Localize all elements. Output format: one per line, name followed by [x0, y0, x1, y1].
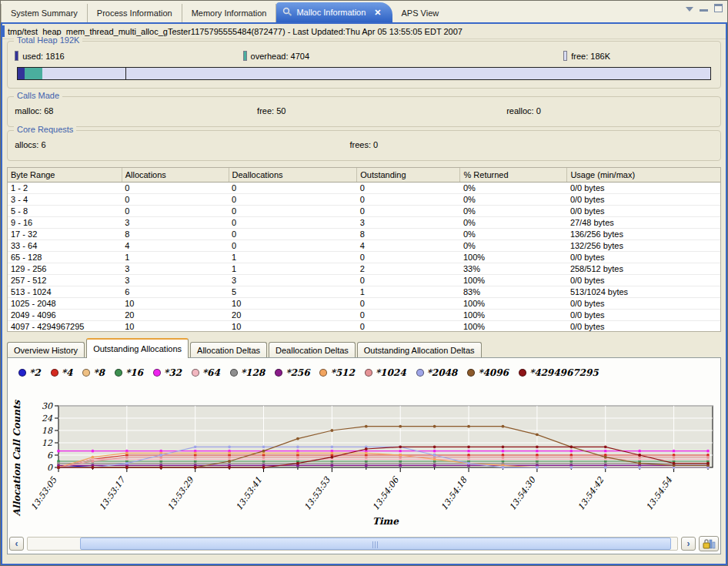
calls-made-item: malloc: 68 — [15, 106, 53, 116]
legend-dot — [365, 369, 372, 377]
table-cell: 33% — [460, 263, 567, 274]
tab-outstanding-allocations[interactable]: Outstanding Allocations — [86, 338, 189, 358]
legend-dot — [467, 369, 475, 377]
table-cell: 5 — [229, 286, 357, 297]
table-cell: 2 — [357, 263, 460, 274]
table-cell: 8 — [357, 228, 460, 239]
column-header-usage-min-max-[interactable]: Usage (min/max) — [567, 168, 720, 182]
table-cell: 20 — [122, 309, 229, 320]
heap-swatch-2 — [563, 51, 567, 61]
table-cell: 0% — [460, 205, 567, 216]
table-cell: 0 — [357, 274, 460, 286]
table-row[interactable]: 33 - 644040%132/256 bytes — [8, 239, 720, 251]
table-cell: 0 — [357, 251, 460, 263]
chevron-left-icon: ‹ — [15, 538, 18, 549]
header-accent — [2, 25, 5, 37]
table-row[interactable]: 3 - 40000%0/0 bytes — [8, 193, 720, 205]
table-row[interactable]: 17 - 328080%136/256 bytes — [8, 228, 720, 239]
table-row[interactable]: 9 - 163030%27/48 bytes — [8, 216, 720, 228]
table-cell: 0 — [122, 182, 229, 193]
table-cell: 3 — [122, 216, 229, 228]
legend-item-512: *512 — [319, 367, 354, 378]
tab-allocation-deltas[interactable]: Allocation Deltas — [190, 342, 267, 358]
table-cell: 20 — [229, 309, 357, 320]
svg-text:Allocation Call Counts: Allocation Call Counts — [12, 400, 22, 517]
tab-label: System Summary — [11, 8, 78, 18]
table-cell: 513 - 1024 — [8, 286, 122, 297]
lock-chart-button[interactable] — [699, 536, 719, 551]
malloc-view: tmp/test_heap_mem_thread_multi_alloc_gTe… — [1, 22, 727, 565]
table-cell: 100% — [460, 297, 567, 309]
calls-made-item: realloc: 0 — [506, 106, 541, 116]
tab-deallocation-deltas[interactable]: Deallocation Deltas — [269, 342, 356, 358]
heap-legend-item: used: 1816 — [15, 51, 64, 61]
table-row[interactable]: 1 - 20000%0/0 bytes — [8, 182, 720, 193]
table-cell: 257 - 512 — [8, 274, 122, 286]
chevron-right-icon: › — [687, 538, 690, 549]
heap-legend-item: overhead: 4704 — [243, 51, 309, 61]
scroll-left-button[interactable]: ‹ — [9, 537, 24, 551]
table-cell: 0% — [460, 216, 567, 228]
allocation-table: Byte RangeAllocationsDeallocationsOutsta… — [7, 167, 721, 332]
table-cell: 10 — [122, 320, 229, 332]
tab-outstanding-allocation-deltas[interactable]: Outstanding Allocation Deltas — [357, 342, 482, 358]
table-row[interactable]: 129 - 25631233%258/512 bytes — [8, 263, 720, 274]
table-row[interactable]: 5 - 80000%0/0 bytes — [8, 205, 720, 216]
table-cell: 5 - 8 — [8, 205, 122, 216]
maximize-icon[interactable] — [714, 4, 723, 12]
table-row[interactable]: 1025 - 204810100100%0/0 bytes — [8, 297, 720, 309]
chart-legend: *2*4*8*16*32*64*128*256*512*1024*2048*40… — [18, 365, 714, 380]
malloc-analysis-icon — [282, 7, 292, 18]
legend-label: *8 — [93, 367, 105, 378]
column-header-byte-range[interactable]: Byte Range — [8, 168, 122, 182]
column-header-allocations[interactable]: Allocations — [122, 168, 229, 182]
table-row[interactable]: 65 - 128110100%0/0 bytes — [8, 251, 720, 263]
heap-legend-label: used: 1816 — [22, 52, 64, 61]
legend-label: *4096 — [478, 367, 509, 378]
tab-system-summary[interactable]: System Summary — [1, 4, 88, 22]
table-cell: 258/512 bytes — [567, 263, 720, 274]
table-row[interactable]: 4097 - 429496729510100100%0/0 bytes — [8, 320, 720, 332]
tab-aps-view[interactable]: APS View — [392, 4, 449, 22]
table-cell: 1 — [122, 251, 229, 263]
allocation-chart: 061218243013:53:0513:53:1713:53:2913:53:… — [11, 395, 723, 532]
scroll-right-button[interactable]: › — [681, 537, 696, 551]
column-header-outstanding[interactable]: Outstanding — [357, 168, 460, 182]
legend-label: *64 — [202, 367, 220, 378]
tab-label: Memory Information — [192, 8, 267, 18]
table-row[interactable]: 257 - 512330100%0/0 bytes — [8, 274, 720, 286]
table-cell: 0/0 bytes — [567, 320, 720, 332]
tab-memory-information[interactable]: Memory Information — [182, 4, 277, 22]
horizontal-scrollbar-row: ‹ › — [9, 536, 719, 551]
table-cell: 0 — [122, 193, 229, 205]
table-cell: 1 — [229, 251, 357, 263]
table-row[interactable]: 513 - 102465183%513/1024 bytes — [8, 286, 720, 297]
legend-dot — [319, 369, 327, 377]
tab-malloc-information[interactable]: Malloc Information✕ — [276, 2, 392, 22]
heap-legend-item: free: 186K — [563, 51, 610, 61]
column-header--returned[interactable]: % Returned — [460, 168, 567, 182]
tab-overview-history[interactable]: Overview History — [7, 342, 85, 358]
svg-text:13:53:17: 13:53:17 — [97, 474, 128, 513]
table-row[interactable]: 2049 - 409620200100%0/0 bytes — [8, 309, 720, 320]
view-tab-bar: System SummaryProcess InformationMemory … — [1, 1, 727, 22]
close-icon[interactable]: ✕ — [374, 8, 381, 18]
view-menu-icon[interactable] — [686, 7, 693, 12]
table-cell: 0 — [229, 216, 357, 228]
table-cell: 0/0 bytes — [567, 251, 720, 263]
calls-made-group: Calls Made malloc: 68free: 50realloc: 0 — [7, 96, 721, 127]
scrollbar-track[interactable] — [27, 537, 678, 551]
scrollbar-thumb[interactable] — [80, 538, 671, 550]
minimize-icon[interactable] — [700, 5, 708, 12]
tab-process-information[interactable]: Process Information — [88, 4, 182, 22]
table-cell: 9 - 16 — [8, 216, 122, 228]
legend-label: *128 — [241, 367, 265, 378]
svg-text:0: 0 — [47, 463, 53, 473]
scrollbar-grip — [372, 541, 379, 548]
column-header-deallocations[interactable]: Deallocations — [229, 168, 357, 182]
table-cell: 0 — [357, 309, 460, 320]
table-cell: 0/0 bytes — [567, 274, 720, 286]
table-cell: 0/0 bytes — [567, 309, 720, 320]
svg-text:13:54:18: 13:54:18 — [439, 474, 470, 512]
calls-made-title: Calls Made — [14, 91, 62, 100]
